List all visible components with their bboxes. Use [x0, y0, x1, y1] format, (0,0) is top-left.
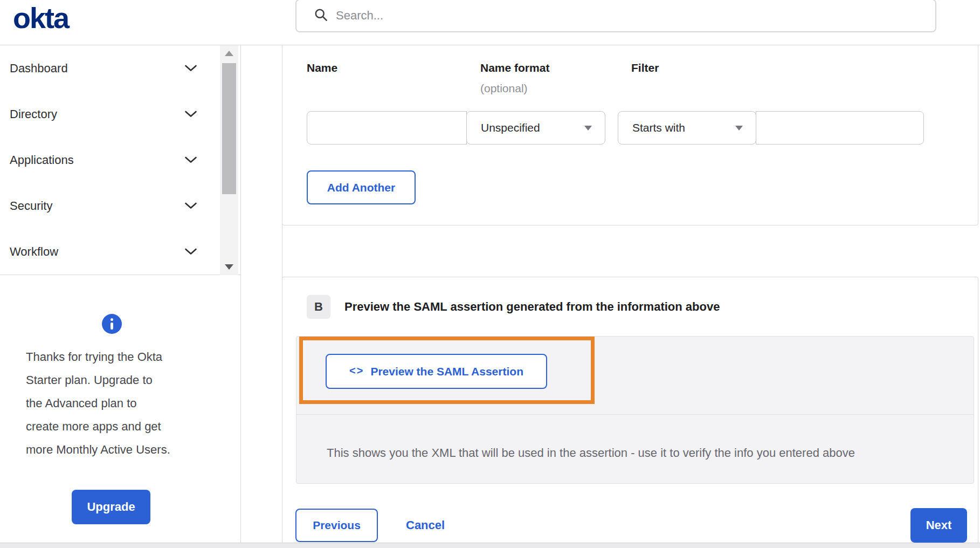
saml-preview-card: B Preview the SAML assertion generated f… — [282, 277, 978, 548]
name-column-label: Name — [307, 61, 337, 74]
dropdown-arrow-icon — [584, 126, 592, 131]
chevron-down-icon — [184, 248, 197, 255]
search-icon — [314, 8, 328, 24]
preview-button-label: Preview the SAML Assertion — [370, 365, 523, 378]
code-icon: <> — [349, 365, 364, 377]
chevron-down-icon — [184, 156, 197, 163]
preview-section-title: Preview the SAML assertion generated fro… — [344, 295, 720, 319]
filter-value-input[interactable] — [756, 111, 924, 145]
search-bar[interactable] — [295, 0, 936, 32]
filter-type-selected-value: Starts with — [632, 121, 685, 134]
sidebar-item-workflow[interactable]: Workflow — [0, 229, 240, 275]
name-format-selected-value: Unspecified — [481, 121, 540, 134]
upgrade-message-line: create more apps and get — [26, 415, 220, 438]
step-b-badge: B — [307, 295, 330, 319]
cancel-link[interactable]: Cancel — [406, 509, 445, 542]
scrollbar-thumb[interactable] — [222, 63, 236, 194]
chevron-down-icon — [184, 65, 197, 72]
add-another-button[interactable]: Add Another — [307, 170, 416, 204]
chevron-down-icon — [184, 202, 197, 209]
sidebar-item-label: Applications — [10, 153, 74, 167]
attribute-name-input[interactable] — [307, 111, 467, 145]
previous-button[interactable]: Previous — [295, 509, 378, 542]
info-icon — [102, 314, 122, 334]
chevron-down-icon — [184, 111, 197, 118]
sidebar-item-directory[interactable]: Directory — [0, 91, 240, 137]
filter-type-select[interactable]: Starts with — [618, 111, 756, 145]
scroll-up-button[interactable] — [220, 45, 238, 61]
top-header: okta — [0, 0, 980, 45]
upgrade-message-line: Thanks for trying the Okta — [26, 345, 220, 368]
sidebar-item-label: Workflow — [10, 245, 58, 259]
page-bottom-strip — [0, 543, 980, 548]
sidebar-item-security[interactable]: Security — [0, 183, 240, 229]
panel-divider — [296, 414, 974, 415]
scroll-down-button[interactable] — [220, 259, 238, 275]
triangle-down-icon — [225, 264, 233, 270]
sidebar-item-label: Directory — [10, 107, 57, 121]
okta-logo[interactable]: okta — [13, 1, 68, 35]
search-input[interactable] — [336, 9, 935, 23]
attribute-form-card: Name Name format (optional) Filter Unspe… — [282, 45, 978, 225]
upgrade-message-line: Starter plan. Upgrade to — [26, 368, 220, 392]
upgrade-button[interactable]: Upgrade — [72, 490, 150, 524]
sidebar-item-applications[interactable]: Applications — [0, 137, 240, 183]
preview-saml-assertion-button[interactable]: <> Preview the SAML Assertion — [326, 354, 547, 389]
preview-description: This shows you the XML that will be used… — [327, 446, 855, 460]
filter-column-label: Filter — [631, 61, 659, 74]
preview-panel: <> Preview the SAML Assertion This shows… — [296, 336, 974, 484]
sidebar-item-label: Security — [10, 199, 52, 213]
sidebar-right-divider — [240, 45, 241, 543]
dropdown-arrow-icon — [735, 126, 743, 131]
sidebar-item-dashboard[interactable]: Dashboard — [0, 45, 240, 91]
name-format-select[interactable]: Unspecified — [466, 111, 605, 145]
okta-admin-screen: okta Dashboard Directory — [0, 0, 980, 548]
next-button[interactable]: Next — [910, 508, 967, 543]
sidebar-item-label: Dashboard — [10, 61, 68, 76]
upgrade-message-line: the Advanced plan to — [26, 392, 220, 415]
upgrade-message-line: more Monthly Active Users. — [26, 438, 220, 461]
name-format-column-label: Name format — [480, 61, 549, 74]
sidebar-scrollbar[interactable] — [220, 45, 238, 275]
triangle-up-icon — [225, 51, 233, 56]
upgrade-message: Thanks for trying the Okta Starter plan.… — [26, 345, 220, 461]
sidebar-nav: Dashboard Directory Applications Securit… — [0, 45, 240, 275]
name-format-optional-hint: (optional) — [480, 82, 528, 95]
